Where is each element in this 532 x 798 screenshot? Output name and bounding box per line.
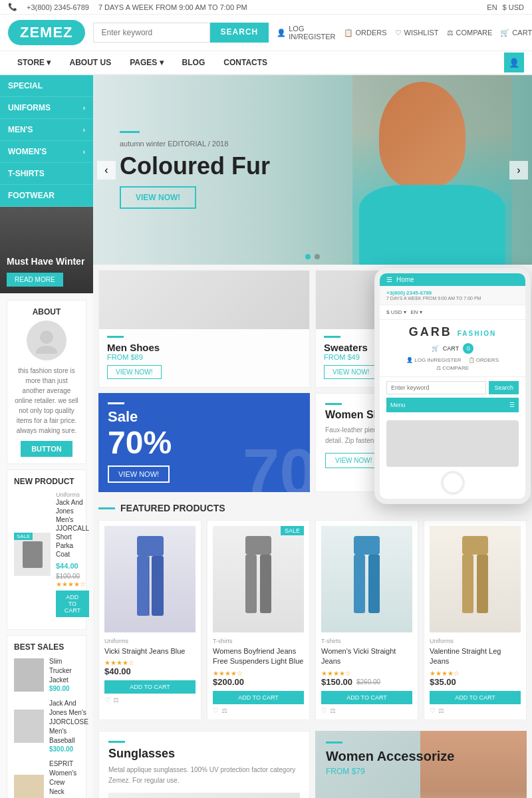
- orders-icon-group[interactable]: 📋 ORDERS: [344, 29, 387, 37]
- hero-dot-2[interactable]: [315, 254, 320, 259]
- new-product-price: $44.00: [56, 562, 78, 570]
- best-sale-image-2: [14, 710, 44, 743]
- mobile-cart-icon: 🛒: [432, 345, 439, 352]
- new-product-image: SALE: [14, 533, 51, 576]
- best-sale-image-3: [14, 775, 44, 799]
- search-input[interactable]: [93, 23, 210, 43]
- add-to-cart-btn-1[interactable]: ADD TO CART: [104, 680, 196, 694]
- mobile-hours: 7 DAYS A WEEK FROM 9:00 AM TO 7:00 PM: [386, 296, 519, 301]
- nav-about[interactable]: ABOUT US: [60, 51, 120, 74]
- phone-number: +3(800) 2345-6789: [27, 3, 89, 11]
- sidebar-promo-btn[interactable]: READ MORE: [7, 273, 63, 287]
- compare-icon-1[interactable]: ⚖: [113, 696, 119, 704]
- nav-contacts[interactable]: CONTACTS: [214, 51, 277, 74]
- svg-point-0: [40, 331, 53, 344]
- about-title: ABOUT: [14, 307, 79, 317]
- sale-btn[interactable]: VIEW NOW!: [108, 466, 170, 483]
- mobile-cart-row: 🛒 CART 0: [386, 343, 519, 354]
- add-to-cart-btn-3[interactable]: ADD TO CART: [321, 691, 412, 704]
- wish-icon-3[interactable]: ♡: [321, 707, 327, 714]
- hero-cta-btn[interactable]: VIEW NOW!: [120, 186, 196, 209]
- wish-icon-1[interactable]: ♡: [104, 696, 110, 704]
- compare-icon-2[interactable]: ⚖: [221, 707, 227, 714]
- mobile-search-input[interactable]: [386, 381, 486, 394]
- new-product-old-price: $100.00: [56, 573, 80, 580]
- login-icon-group[interactable]: 👤 LOG IN/REGISTER: [277, 25, 335, 41]
- compare-icon: ⚖: [447, 29, 454, 37]
- sweaters-line: [324, 336, 340, 338]
- svg-rect-17: [477, 555, 488, 613]
- mobile-search-btn[interactable]: Search: [489, 381, 519, 394]
- nav-store[interactable]: STORE ▾: [8, 51, 60, 74]
- nav-blog[interactable]: BLOG: [173, 51, 215, 74]
- mobile-compare-row: ⚖ COMPARE: [386, 365, 519, 371]
- nav-pages[interactable]: PAGES ▾: [120, 51, 172, 74]
- sidebar-item-tshirts[interactable]: T-SHIRTS: [0, 163, 93, 185]
- wish-icon-4[interactable]: ♡: [430, 707, 436, 714]
- top-bar-left: 📞 +3(800) 2345-6789 7 DAYS A WEEK FROM 9…: [8, 3, 247, 11]
- about-section: ABOUT this fashion store is more than ju…: [7, 300, 86, 464]
- product-stars-3: ★★★★☆: [321, 670, 412, 677]
- svg-rect-11: [260, 555, 271, 613]
- new-product-add-btn[interactable]: ADD TO CART: [56, 591, 89, 617]
- hero-next-btn[interactable]: ›: [509, 161, 528, 180]
- mobile-brand-section: GARB FASHION 🛒 CART 0 👤 LOG IN/REGISTER …: [380, 320, 525, 376]
- sidebar-item-womens[interactable]: WOMEN'S ›: [0, 141, 93, 163]
- logo[interactable]: ZEMEZ: [8, 20, 85, 45]
- sidebar-item-special[interactable]: SPECIAL: [0, 75, 93, 97]
- women-shoes-line: [325, 403, 342, 405]
- mobile-search-section: Search Menu ☰: [380, 376, 525, 416]
- product-price-4: $35.00: [430, 677, 521, 687]
- product-actions-3: ♡ ⚖: [321, 707, 412, 714]
- add-to-cart-btn-2[interactable]: ADD TO CART: [213, 691, 304, 704]
- sidebar-item-footwear[interactable]: FOOTWEAR: [0, 185, 93, 207]
- hero-dot-1[interactable]: [305, 254, 311, 259]
- mobile-brand-text: GARB: [409, 325, 452, 338]
- compare-icon-4[interactable]: ⚖: [438, 707, 444, 714]
- add-to-cart-btn-4[interactable]: ADD TO CART: [430, 691, 521, 704]
- svg-rect-9: [245, 536, 271, 555]
- mobile-home-button[interactable]: [441, 471, 465, 495]
- sidebar-promo-title: Must Have Winter: [7, 255, 86, 267]
- language-selector[interactable]: EN: [487, 3, 497, 11]
- wishlist-label: WISHLIST: [404, 29, 439, 37]
- sidebar-bottom: ABOUT this fashion store is more than ju…: [0, 293, 93, 798]
- sale-line: [108, 402, 124, 404]
- sunglasses-image: [108, 793, 300, 798]
- product-actions-2: ♡ ⚖: [213, 707, 304, 714]
- best-sale-price-1: $90.00: [49, 685, 79, 692]
- sidebar-label-womens: WOMEN'S: [8, 147, 47, 156]
- about-text: this fashion store is more than just ano…: [14, 366, 79, 436]
- women-shoes-btn[interactable]: VIEW NOW!: [325, 453, 382, 468]
- sidebar-item-mens[interactable]: MEN'S ›: [0, 119, 93, 141]
- sweaters-btn[interactable]: VIEW NOW!: [324, 365, 378, 379]
- account-icon[interactable]: 👤: [504, 53, 524, 72]
- search-button[interactable]: SEARCH: [210, 23, 269, 43]
- wishlist-icon-group[interactable]: ♡ WISHLIST: [395, 29, 439, 37]
- men-shoes-btn[interactable]: VIEW NOW!: [107, 365, 162, 379]
- mobile-orders-link[interactable]: 📋 ORDERS: [468, 357, 499, 363]
- product-category-4: Uniforms: [430, 638, 521, 644]
- mobile-home-label: Home: [396, 276, 414, 283]
- mobile-menu-btn[interactable]: Menu ☰: [386, 398, 519, 412]
- currency-selector[interactable]: $ USD: [503, 3, 524, 11]
- svg-rect-2: [23, 541, 43, 568]
- best-sales-section: BEST SALES Slim Trucker Jacket $90.00 Ja…: [7, 635, 86, 798]
- men-shoes-overlay: Men Shoes FROM $89 VIEW NOW!: [99, 329, 309, 387]
- sidebar-item-uniforms[interactable]: UNIFORMS ›: [0, 97, 93, 119]
- best-sale-info-3: ESPRIT Women's Crew Neck Short Sleeve...…: [49, 759, 79, 798]
- mobile-search-bar: Search: [386, 381, 519, 394]
- sale-title: Sale: [108, 408, 301, 426]
- new-product-item: SALE Uniforms Jack And Jones Men's JJORC…: [14, 491, 79, 617]
- mobile-menu-icon: ☰: [509, 402, 515, 408]
- best-sale-info-2: Jack And Jones Men's JJORCLOSE Men's Bas…: [49, 699, 88, 753]
- compare-icon-group[interactable]: ⚖ COMPARE: [447, 29, 493, 37]
- compare-icon-3[interactable]: ⚖: [330, 707, 336, 714]
- mobile-compare-link[interactable]: ⚖ COMPARE: [436, 365, 469, 371]
- about-btn[interactable]: BUTTON: [21, 441, 72, 457]
- cart-icon-group[interactable]: 🛒 CART 0: [500, 27, 532, 38]
- hero-subtitle: autumn winter EDITORIAL / 2018: [120, 140, 270, 148]
- header-icons: 👤 LOG IN/REGISTER 📋 ORDERS ♡ WISHLIST ⚖ …: [277, 25, 532, 41]
- mobile-login-link[interactable]: 👤 LOG IN/REGISTER: [406, 357, 461, 363]
- wish-icon-2[interactable]: ♡: [213, 707, 219, 714]
